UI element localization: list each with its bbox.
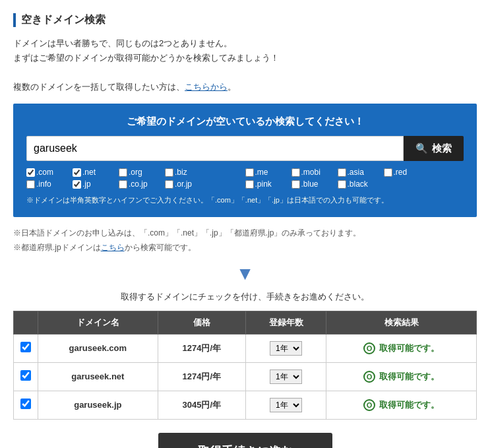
col-price: 価格 [158, 311, 245, 334]
proceed-button[interactable]: 取得手続きに進む [158, 433, 332, 448]
tld-checkbox-item[interactable]: .mobi [291, 168, 338, 177]
bulk-domain-text: 複数のドメインを一括して取得したい方は、こちらから。 [13, 80, 477, 94]
results-table: ドメイン名 価格 登録年数 検索結果 garuseek.com1274円/年1年… [13, 311, 477, 420]
tld-checkbox-item[interactable]: .or.jp [165, 179, 211, 189]
page-title-section: 空きドメイン検索 [13, 13, 477, 27]
tld-checkbox[interactable] [338, 168, 346, 177]
instruction-text: 取得するドメインにチェックを付け、手続きをお進めください。 [13, 291, 477, 303]
domain-years-cell: 1年2年3年5年 [245, 391, 326, 419]
row-checkbox-cell [14, 362, 38, 391]
notes-section: ※日本語ドメインのお申し込みは、「.com」「.net」「.jp」「都道府県.j… [13, 226, 477, 255]
row-select-checkbox[interactable] [20, 399, 31, 409]
tld-checkbox[interactable] [291, 168, 300, 177]
result-content: O取得可能です。 [333, 342, 470, 354]
tld-checkbox[interactable] [119, 168, 127, 177]
tld-checkbox-item[interactable]: .net [73, 168, 119, 177]
domain-name: garuseek.jp [38, 391, 158, 419]
search-button[interactable]: 🔍 検索 [404, 136, 464, 161]
search-note: ※ドメインは半角英数字とハイフンでご入力ください。「.com」「.net」「.j… [26, 195, 464, 205]
search-area-title: ご希望のドメインが空いているか検索してください！ [26, 115, 464, 128]
search-result: O取得可能です。 [326, 362, 477, 391]
checkbox-row: .com.net.org.biz.info.jp.co.jp.or.jp [26, 168, 245, 189]
domain-years-cell: 1年2年3年5年 [245, 334, 326, 362]
tld-checkbox[interactable] [165, 180, 173, 189]
tld-checkbox-item[interactable]: .blue [291, 179, 338, 189]
search-row: 🔍 検索 [26, 136, 464, 161]
search-result: O取得可能です。 [326, 334, 477, 362]
domain-price: 1274円/年 [158, 362, 245, 391]
row-select-checkbox[interactable] [20, 342, 31, 352]
desc-line-2: まずはご希望のドメインが取得可能かどうかを検索してみましょう！ [13, 51, 477, 65]
tld-checkbox-item[interactable]: .org [119, 168, 165, 177]
result-text: 取得可能です。 [379, 371, 439, 383]
tld-checkbox[interactable] [245, 180, 254, 189]
domain-years-cell: 1年2年3年5年 [245, 362, 326, 391]
desc-line-1: ドメインは早い者勝ちで、同じものは2つとありません。 [13, 36, 477, 51]
tld-checkbox[interactable] [384, 168, 392, 177]
tld-checkbox[interactable] [26, 168, 35, 177]
tld-checkboxes: .com.net.org.biz.info.jp.co.jp.or.jp.me.… [26, 168, 464, 191]
table-row: garuseek.jp3045円/年1年2年3年5年O取得可能です。 [14, 391, 477, 419]
tld-checkbox[interactable] [73, 168, 81, 177]
available-icon: O [363, 399, 375, 411]
note-line-1: ※日本語ドメインのお申し込みは、「.com」「.net」「.jp」「都道府県.j… [13, 226, 477, 241]
col-checkbox [14, 311, 38, 334]
table-body: garuseek.com1274円/年1年2年3年5年O取得可能です。garus… [14, 334, 477, 419]
page-title: 空きドメイン検索 [21, 13, 477, 27]
tld-checkbox[interactable] [119, 180, 127, 189]
available-icon: O [363, 371, 375, 383]
search-area: ご希望のドメインが空いているか検索してください！ 🔍 検索 .com.net.o… [13, 104, 477, 217]
result-text: 取得可能です。 [379, 399, 439, 411]
table-header: ドメイン名 価格 登録年数 検索結果 [14, 311, 477, 334]
result-content: O取得可能です。 [333, 399, 470, 411]
tld-checkbox[interactable] [291, 180, 300, 189]
search-result: O取得可能です。 [326, 391, 477, 419]
years-select[interactable]: 1年2年3年5年 [270, 398, 302, 412]
arrow-down-indicator: ▼ [13, 263, 477, 284]
search-icon: 🔍 [415, 143, 428, 154]
table-row: garuseek.net1274円/年1年2年3年5年O取得可能です。 [14, 362, 477, 391]
domain-price: 3045円/年 [158, 391, 245, 419]
pref-jp-link[interactable]: こちら [101, 243, 125, 252]
tld-checkbox-item[interactable]: .red [384, 168, 430, 177]
result-content: O取得可能です。 [333, 371, 470, 383]
col-years: 登録年数 [245, 311, 326, 334]
tld-checkbox-item[interactable]: .com [26, 168, 73, 177]
tld-checkbox-item[interactable]: .pink [245, 179, 291, 189]
available-icon: O [363, 342, 375, 354]
tld-checkbox-item[interactable]: .jp [73, 179, 119, 189]
table-row: garuseek.com1274円/年1年2年3年5年O取得可能です。 [14, 334, 477, 362]
proceed-button-container: 取得手続きに進む [13, 433, 477, 448]
row-checkbox-cell [14, 391, 38, 419]
checkbox-row: .me.mobi.asia.red.pink.blue.black [245, 168, 464, 189]
domain-name: garuseek.com [38, 334, 158, 362]
bulk-link[interactable]: こちらから [185, 82, 228, 92]
col-domain: ドメイン名 [38, 311, 158, 334]
years-select[interactable]: 1年2年3年5年 [270, 341, 302, 356]
tld-checkbox-item[interactable]: .info [26, 179, 73, 189]
tld-checkbox-item[interactable]: .asia [338, 168, 384, 177]
tld-checkbox-item[interactable]: .black [338, 179, 384, 189]
tld-checkbox[interactable] [338, 180, 346, 189]
tld-checkbox[interactable] [165, 168, 173, 177]
search-input[interactable] [26, 136, 404, 161]
tld-checkbox-item[interactable]: .biz [165, 168, 211, 177]
col-result: 検索結果 [326, 311, 477, 334]
description-section: ドメインは早い者勝ちで、同じものは2つとありません。 まずはご希望のドメインが取… [13, 36, 477, 94]
row-checkbox-cell [14, 334, 38, 362]
tld-checkbox[interactable] [26, 180, 35, 189]
note-line-2: ※都道府県.jpドメインはこちらから検索可能です。 [13, 241, 477, 255]
tld-checkbox-item[interactable]: .me [245, 168, 291, 177]
domain-name: garuseek.net [38, 362, 158, 391]
result-text: 取得可能です。 [379, 342, 439, 354]
tld-checkbox-item[interactable]: .co.jp [119, 179, 165, 189]
domain-price: 1274円/年 [158, 334, 245, 362]
tld-checkbox[interactable] [245, 168, 254, 177]
tld-checkbox[interactable] [73, 180, 81, 189]
row-select-checkbox[interactable] [20, 370, 31, 381]
years-select[interactable]: 1年2年3年5年 [270, 369, 302, 384]
